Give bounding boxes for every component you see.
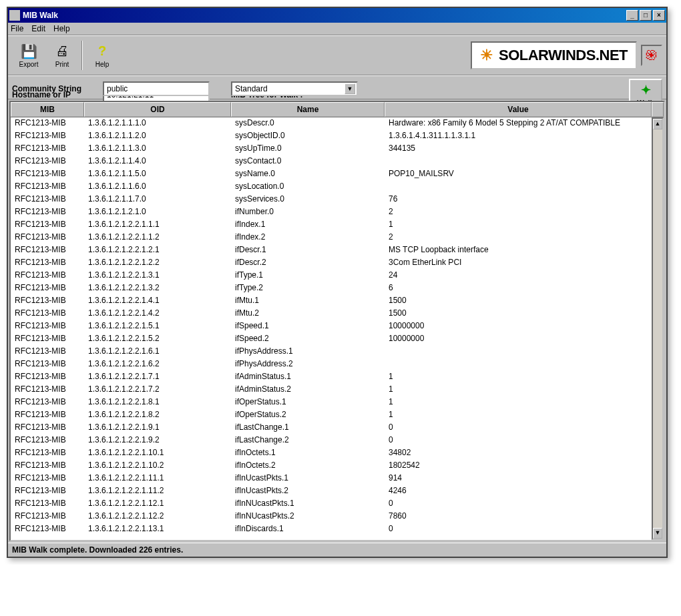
toolbar: 💾 Export 🖨 Print ? Help ☀ SOLARWINDS.NET…	[8, 35, 666, 75]
cell-mib: RFC1213-MIB	[11, 371, 84, 384]
cell-name: ifMtu.2	[231, 308, 385, 320]
minimize-button[interactable]: _	[626, 10, 638, 21]
cell-mib: RFC1213-MIB	[11, 117, 84, 130]
cell-value: 0	[385, 498, 652, 511]
table-row[interactable]: RFC1213-MIB1.3.6.1.2.1.1.4.0sysContact.0	[11, 156, 652, 168]
table-row[interactable]: RFC1213-MIB1.3.6.1.2.1.2.2.1.4.2ifMtu.21…	[11, 308, 652, 320]
cell-mib: RFC1213-MIB	[11, 156, 84, 168]
table-row[interactable]: RFC1213-MIB1.3.6.1.2.1.2.2.1.5.1ifSpeed.…	[11, 320, 652, 333]
cell-mib: RFC1213-MIB	[11, 143, 84, 156]
cell-mib: RFC1213-MIB	[11, 257, 84, 270]
table-row[interactable]: RFC1213-MIB1.3.6.1.2.1.2.2.1.9.1ifLastCh…	[11, 422, 652, 434]
table-row[interactable]: RFC1213-MIB1.3.6.1.2.1.2.2.1.3.2ifType.2…	[11, 282, 652, 295]
mibtree-combo[interactable]: Standard ▼	[231, 81, 358, 96]
table-row[interactable]: RFC1213-MIB1.3.6.1.2.1.2.2.1.8.1ifOperSt…	[11, 396, 652, 409]
cell-value: 1	[385, 371, 652, 384]
cell-mib: RFC1213-MIB	[11, 130, 84, 143]
table-row[interactable]: RFC1213-MIB1.3.6.1.2.1.2.2.1.6.2ifPhysAd…	[11, 358, 652, 371]
cell-value: 1	[385, 384, 652, 396]
table-row[interactable]: RFC1213-MIB1.3.6.1.2.1.2.2.1.12.1ifInNUc…	[11, 498, 652, 511]
col-header-name[interactable]: Name	[231, 102, 385, 117]
table-row[interactable]: RFC1213-MIB1.3.6.1.2.1.2.2.1.10.2ifInOct…	[11, 460, 652, 473]
table-row[interactable]: RFC1213-MIB1.3.6.1.2.1.2.2.1.1.2ifIndex.…	[11, 232, 652, 244]
table-row[interactable]: RFC1213-MIB1.3.6.1.2.1.2.2.1.12.2ifInNUc…	[11, 511, 652, 523]
cell-value: 914	[385, 473, 652, 485]
table-row[interactable]: RFC1213-MIB1.3.6.1.2.1.2.2.1.3.1ifType.1…	[11, 270, 652, 282]
table-row[interactable]: RFC1213-MIB1.3.6.1.2.1.1.7.0sysServices.…	[11, 194, 652, 206]
menu-help[interactable]: Help	[53, 24, 70, 33]
cell-mib: RFC1213-MIB	[11, 282, 84, 295]
brand-badge[interactable]: ֍	[641, 45, 662, 66]
cell-mib: RFC1213-MIB	[11, 422, 84, 434]
table-row[interactable]: RFC1213-MIB1.3.6.1.2.1.2.2.1.6.1ifPhysAd…	[11, 346, 652, 358]
table-row[interactable]: RFC1213-MIB1.3.6.1.2.1.2.2.1.2.1ifDescr.…	[11, 244, 652, 257]
brand-logo[interactable]: ☀ SOLARWINDS.NET	[471, 41, 637, 69]
export-label: Export	[19, 61, 39, 68]
scroll-track[interactable]	[653, 129, 662, 528]
cell-name: ifInUcastPkts.1	[231, 473, 385, 485]
cell-mib: RFC1213-MIB	[11, 396, 84, 409]
scroll-down-icon[interactable]: ▼	[653, 528, 662, 539]
cell-name: ifInNUcastPkts.1	[231, 498, 385, 511]
cell-oid: 1.3.6.1.2.1.1.1.0	[84, 117, 231, 130]
col-header-mib[interactable]: MIB	[11, 102, 84, 117]
grid-container: MIB OID Name Value RFC1213-MIB1.3.6.1.2.…	[8, 99, 666, 543]
grid-rows: RFC1213-MIB1.3.6.1.2.1.1.1.0sysDescr.0Ha…	[11, 117, 652, 540]
table-row[interactable]: RFC1213-MIB1.3.6.1.2.1.2.2.1.9.2ifLastCh…	[11, 434, 652, 447]
table-row[interactable]: RFC1213-MIB1.3.6.1.2.1.2.2.1.7.2ifAdminS…	[11, 384, 652, 396]
cell-value: 3Com EtherLink PCI	[385, 257, 652, 270]
cell-name: ifInOctets.1	[231, 447, 385, 460]
cell-mib: RFC1213-MIB	[11, 409, 84, 422]
table-row[interactable]: RFC1213-MIB1.3.6.1.2.1.2.1.0ifNumber.02	[11, 206, 652, 219]
table-row[interactable]: RFC1213-MIB1.3.6.1.2.1.2.2.1.4.1ifMtu.11…	[11, 295, 652, 308]
table-row[interactable]: RFC1213-MIB1.3.6.1.2.1.1.5.0sysName.0POP…	[11, 168, 652, 181]
print-button[interactable]: 🖨 Print	[45, 39, 79, 71]
cell-oid: 1.3.6.1.2.1.1.6.0	[84, 181, 231, 194]
print-icon: 🖨	[54, 43, 70, 59]
cell-value: 34802	[385, 447, 652, 460]
table-row[interactable]: RFC1213-MIB1.3.6.1.2.1.2.2.1.8.2ifOperSt…	[11, 409, 652, 422]
maximize-button[interactable]: □	[640, 10, 652, 21]
cell-oid: 1.3.6.1.2.1.1.4.0	[84, 156, 231, 168]
table-row[interactable]: RFC1213-MIB1.3.6.1.2.1.2.2.1.13.1ifInDis…	[11, 523, 652, 536]
cell-value: 344135	[385, 143, 652, 156]
menu-edit[interactable]: Edit	[31, 24, 45, 33]
vertical-scrollbar[interactable]: ▲ ▼	[652, 117, 664, 540]
table-row[interactable]: RFC1213-MIB1.3.6.1.2.1.2.2.1.7.1ifAdminS…	[11, 371, 652, 384]
table-row[interactable]: RFC1213-MIB1.3.6.1.2.1.1.2.0sysObjectID.…	[11, 130, 652, 143]
cell-oid: 1.3.6.1.2.1.1.5.0	[84, 168, 231, 181]
cell-value: 10000000	[385, 333, 652, 346]
cell-value: 1500	[385, 295, 652, 308]
cell-name: sysUpTime.0	[231, 143, 385, 156]
export-button[interactable]: 💾 Export	[12, 39, 45, 71]
table-row[interactable]: RFC1213-MIB1.3.6.1.2.1.2.2.1.10.1ifInOct…	[11, 447, 652, 460]
help-label: Help	[95, 61, 109, 68]
cell-name: ifDescr.2	[231, 257, 385, 270]
cell-name: sysObjectID.0	[231, 130, 385, 143]
table-row[interactable]: RFC1213-MIB1.3.6.1.2.1.2.2.1.2.2ifDescr.…	[11, 257, 652, 270]
cell-mib: RFC1213-MIB	[11, 460, 84, 473]
cell-oid: 1.3.6.1.2.1.2.2.1.8.2	[84, 409, 231, 422]
table-row[interactable]: RFC1213-MIB1.3.6.1.2.1.1.3.0sysUpTime.03…	[11, 143, 652, 156]
community-input[interactable]	[103, 81, 210, 96]
cell-name: ifIndex.1	[231, 219, 385, 232]
table-row[interactable]: RFC1213-MIB1.3.6.1.2.1.2.2.1.11.1ifInUca…	[11, 473, 652, 485]
cell-name: ifLastChange.1	[231, 422, 385, 434]
close-button[interactable]: ×	[653, 10, 665, 21]
table-row[interactable]: RFC1213-MIB1.3.6.1.2.1.2.2.1.1.1ifIndex.…	[11, 219, 652, 232]
table-row[interactable]: RFC1213-MIB1.3.6.1.2.1.1.6.0sysLocation.…	[11, 181, 652, 194]
print-label: Print	[55, 61, 69, 68]
scroll-up-icon[interactable]: ▲	[653, 119, 662, 129]
help-button[interactable]: ? Help	[85, 39, 119, 71]
table-row[interactable]: RFC1213-MIB1.3.6.1.2.1.2.2.1.11.2ifInUca…	[11, 485, 652, 498]
col-header-value[interactable]: Value	[385, 102, 652, 117]
table-row[interactable]: RFC1213-MIB1.3.6.1.2.1.1.1.0sysDescr.0Ha…	[11, 117, 652, 130]
walk-icon: ✦	[641, 83, 651, 97]
mibtree-value: Standard	[235, 84, 268, 93]
cell-value: POP10_MAILSRV	[385, 168, 652, 181]
cell-value: 1.3.6.1.4.1.311.1.1.3.1.1	[385, 130, 652, 143]
table-row[interactable]: RFC1213-MIB1.3.6.1.2.1.2.2.1.5.2ifSpeed.…	[11, 333, 652, 346]
menu-file[interactable]: File	[11, 24, 23, 33]
col-header-oid[interactable]: OID	[84, 102, 231, 117]
cell-oid: 1.3.6.1.2.1.2.1.0	[84, 206, 231, 219]
